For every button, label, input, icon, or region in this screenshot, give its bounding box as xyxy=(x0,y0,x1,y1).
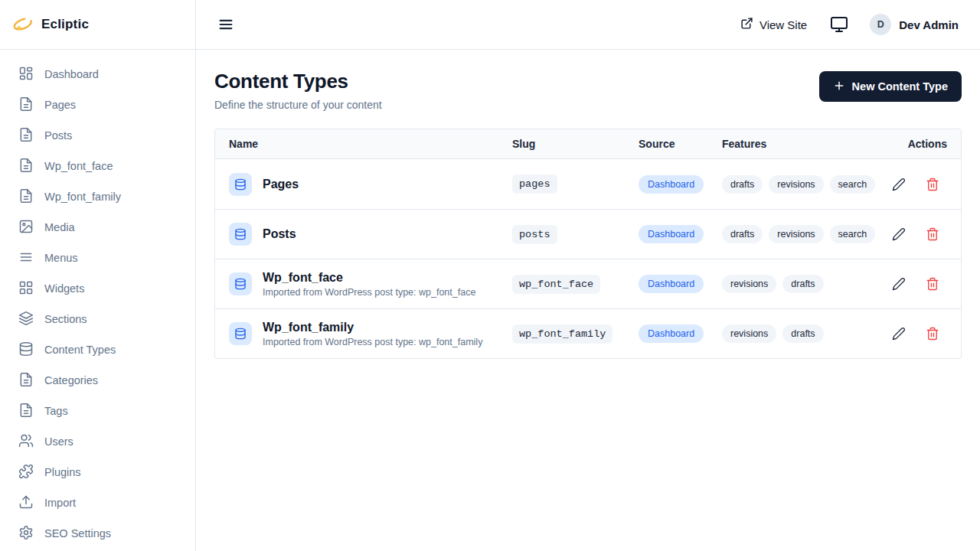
trash-icon xyxy=(926,178,939,191)
sidebar-item-label: Dashboard xyxy=(44,68,99,80)
name-cell: Posts xyxy=(215,223,512,246)
sidebar-item-label: SEO Settings xyxy=(44,527,111,540)
content-type-name: Pages xyxy=(263,177,299,191)
sidebar-item-sections[interactable]: Sections xyxy=(6,304,189,334)
column-header-slug: Slug xyxy=(512,138,639,150)
slug-value: wp_font_face xyxy=(512,275,600,294)
content-type-name: Wp_font_face xyxy=(263,270,475,285)
pencil-icon xyxy=(892,227,906,241)
sidebar: Ecliptic Dashboard Pages Posts Wp_font_f… xyxy=(0,0,196,551)
avatar: D xyxy=(870,14,891,35)
sidebar-item-label: Plugins xyxy=(44,466,81,478)
sidebar-item-wp-font-face[interactable]: Wp_font_face xyxy=(6,151,189,181)
actions-cell xyxy=(898,227,961,241)
plus-icon xyxy=(833,80,845,94)
delete-button[interactable] xyxy=(926,178,939,191)
sidebar-item-widgets[interactable]: Widgets xyxy=(6,273,189,304)
database-icon xyxy=(229,322,252,345)
sidebar-item-dashboard[interactable]: Dashboard xyxy=(6,59,189,90)
comet-icon xyxy=(12,14,34,35)
delete-button[interactable] xyxy=(926,227,939,241)
slug-value: pages xyxy=(512,174,557,194)
page-subtitle: Define the structure of your content xyxy=(214,99,382,111)
sidebar-item-categories[interactable]: Categories xyxy=(6,365,189,396)
sidebar-item-pages[interactable]: Pages xyxy=(6,90,189,120)
sidebar-item-label: Tags xyxy=(44,405,68,417)
sidebar-item-users[interactable]: Users xyxy=(6,426,189,457)
content-type-name: Wp_font_family xyxy=(263,320,482,334)
source-badge: Dashboard xyxy=(639,225,704,243)
source-cell: Dashboard xyxy=(639,225,722,243)
feature-pill: drafts xyxy=(782,275,823,293)
file-icon xyxy=(18,96,34,114)
pencil-icon xyxy=(892,327,906,341)
source-cell: Dashboard xyxy=(639,275,722,293)
sidebar-item-tags[interactable]: Tags xyxy=(6,396,189,426)
sidebar-item-label: Pages xyxy=(44,99,76,111)
edit-button[interactable] xyxy=(892,178,906,191)
feature-pill: search xyxy=(830,225,876,243)
content-type-name: Posts xyxy=(263,227,296,241)
source-badge: Dashboard xyxy=(639,175,704,194)
sidebar-item-seo-settings[interactable]: SEO Settings xyxy=(6,518,189,549)
sidebar-nav: Dashboard Pages Posts Wp_font_face Wp_fo… xyxy=(0,50,195,549)
features-cell: revisionsdrafts xyxy=(722,275,898,293)
edit-button[interactable] xyxy=(892,277,906,291)
content-type-subtitle: Imported from WordPress post type: wp_fo… xyxy=(263,287,475,298)
sidebar-item-label: Users xyxy=(44,435,74,448)
sidebar-item-media[interactable]: Media xyxy=(6,212,189,243)
content-type-text: Pages xyxy=(263,177,299,191)
main-area: View Site D Dev Admin Content Types Defi… xyxy=(196,0,980,551)
feature-pill: revisions xyxy=(722,275,776,293)
delete-button[interactable] xyxy=(926,277,939,291)
feature-pill: drafts xyxy=(722,175,763,194)
slug-value: wp_font_family xyxy=(512,324,612,344)
trash-icon xyxy=(926,277,939,291)
layers-icon xyxy=(18,311,34,328)
sidebar-item-import[interactable]: Import xyxy=(6,487,189,518)
pencil-icon xyxy=(892,277,906,291)
sidebar-item-wp-font-family[interactable]: Wp_font_family xyxy=(6,181,189,212)
user-menu[interactable]: D Dev Admin xyxy=(870,14,959,35)
monitor-icon[interactable] xyxy=(830,15,848,34)
sidebar-item-label: Content Types xyxy=(44,344,116,356)
features-cell: draftsrevisionssearch xyxy=(722,225,898,243)
database-icon xyxy=(18,341,34,359)
sidebar-item-label: Widgets xyxy=(44,282,84,295)
column-header-source: Source xyxy=(639,138,722,150)
database-icon xyxy=(229,223,252,246)
feature-pill: drafts xyxy=(782,324,823,343)
sidebar-item-plugins[interactable]: Plugins xyxy=(6,457,189,487)
sidebar-item-content-types[interactable]: Content Types xyxy=(6,334,189,365)
content-types-table: Name Slug Source Features Actions Pages … xyxy=(214,129,962,359)
feature-pill: search xyxy=(830,175,876,194)
content-type-text: Wp_font_face Imported from WordPress pos… xyxy=(263,270,475,298)
delete-button[interactable] xyxy=(926,327,939,341)
page-header-text: Content Types Define the structure of yo… xyxy=(214,70,382,111)
view-site-link[interactable]: View Site xyxy=(740,17,807,32)
sidebar-item-posts[interactable]: Posts xyxy=(6,120,189,151)
actions-cell xyxy=(898,327,961,341)
pencil-icon xyxy=(892,178,906,191)
content-area: Content Types Define the structure of yo… xyxy=(196,50,980,359)
brand-name: Ecliptic xyxy=(41,17,89,32)
file-icon xyxy=(18,127,34,145)
source-cell: Dashboard xyxy=(639,175,722,194)
file-icon xyxy=(18,158,34,175)
content-type-subtitle: Imported from WordPress post type: wp_fo… xyxy=(263,337,482,347)
sidebar-item-menus[interactable]: Menus xyxy=(6,243,189,273)
database-icon xyxy=(229,272,252,295)
edit-button[interactable] xyxy=(892,327,906,341)
edit-button[interactable] xyxy=(892,227,906,241)
menu-lines-icon xyxy=(18,249,34,267)
source-badge: Dashboard xyxy=(639,324,704,343)
external-link-icon xyxy=(740,17,753,32)
feature-pill: drafts xyxy=(722,225,763,243)
column-header-features: Features xyxy=(722,138,898,150)
hamburger-menu-icon[interactable] xyxy=(217,16,234,33)
slug-cell: pages xyxy=(512,174,639,194)
gear-icon xyxy=(18,525,34,543)
new-content-type-button[interactable]: New Content Type xyxy=(819,71,962,102)
topbar: View Site D Dev Admin xyxy=(196,0,980,50)
user-name: Dev Admin xyxy=(899,18,959,31)
